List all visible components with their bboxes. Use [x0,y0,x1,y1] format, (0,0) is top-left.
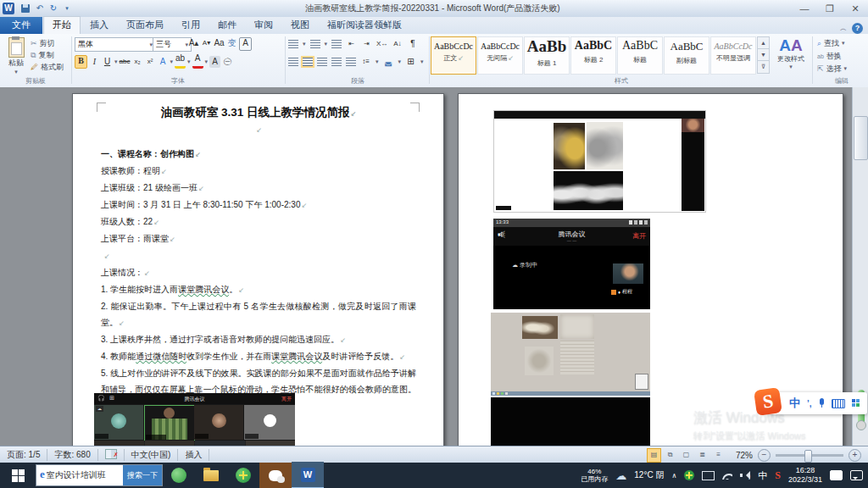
sogou-ime-bar[interactable]: S 中 ’, [767,392,867,414]
style-heading2[interactable]: AaBbC标题 2 [570,36,616,75]
ime-punctuation-icon[interactable]: ’, [807,399,812,408]
style-title[interactable]: AaBbC标题 [617,36,663,75]
wifi-icon[interactable] [722,472,732,480]
align-left-icon[interactable] [288,58,298,66]
document-area[interactable]: 油画教研室 3.31 日线上教学情况简报 一、课程名称：创作构图 授课教师：程明… [0,87,868,446]
find-button[interactable]: ⌕查找▾ [817,37,845,49]
tray-expand-icon[interactable]: ∧ [671,472,676,480]
outline-view-icon[interactable]: ≣ [695,448,709,463]
font-name-select[interactable]: 黑体▾ [75,37,156,52]
word-count[interactable]: 字数: 680 [47,449,97,461]
italic-button[interactable]: I [89,56,100,68]
shading-icon[interactable]: ◛ [383,56,394,68]
fullscreen-reading-view-icon[interactable]: ⧉ [663,448,677,463]
scrollbar-thumb[interactable] [854,116,868,160]
phonetic-guide-icon[interactable]: 变 [226,37,237,49]
copy-button[interactable]: ⧉复制 [31,49,64,61]
multilevel-list-icon[interactable] [331,40,342,48]
paste-button[interactable]: 粘贴 ▾ [5,37,27,75]
decrease-indent-icon[interactable]: ⇤ [346,38,357,50]
volume-icon[interactable]: ) [740,471,750,480]
subscript-button[interactable]: x₂ [132,56,143,68]
action-center-icon[interactable] [850,470,863,480]
strikethrough-button[interactable]: abc [120,56,131,68]
bold-button[interactable]: B [75,55,87,69]
minimize-button[interactable]: — [792,0,817,17]
notification-icon[interactable] [830,470,843,480]
search-go-button[interactable]: 搜索一下 [123,465,162,485]
tab-home[interactable]: 开始 [43,16,81,34]
zoom-slider[interactable] [776,454,843,457]
start-button[interactable] [0,463,36,488]
redo-icon[interactable]: ↻ [47,3,60,14]
numbering-icon[interactable] [310,40,320,48]
taskbar-browser-360[interactable] [163,463,195,488]
sogou-tray-icon[interactable]: S [775,469,781,482]
asian-layout-icon[interactable]: X↔ [376,38,387,50]
display-icon[interactable] [702,471,715,480]
align-center-icon[interactable] [303,58,313,66]
collapse-ribbon-icon[interactable]: ︿ [840,24,847,33]
replace-button[interactable]: ab替换 [817,50,842,62]
increase-indent-icon[interactable]: ⇥ [361,38,372,50]
align-right-icon[interactable] [317,58,327,66]
sort-icon[interactable]: A↓ [392,38,403,50]
weather-cloud-icon[interactable]: ☁ [615,469,626,482]
tab-foxit[interactable]: 福昕阅读器领鲜版 [319,17,410,34]
shrink-font-icon[interactable]: A▾ [201,37,212,49]
ime-keyboard-icon[interactable] [832,399,845,408]
tab-page-layout[interactable]: 页面布局 [118,17,172,34]
change-styles-button[interactable]: AA 更改样式 ▾ [771,37,810,70]
print-layout-view-icon[interactable]: ▤ [647,448,661,463]
taskbar-wechat[interactable] [259,463,292,488]
tab-mailings[interactable]: 邮件 [209,17,245,34]
undo-icon[interactable]: ↶ [33,3,47,14]
insert-mode[interactable]: 插入 [178,449,209,461]
zoom-in-button[interactable]: + [849,449,861,462]
borders-icon[interactable]: ⊞ [405,56,416,68]
clock[interactable]: 16:282022/3/31 [788,466,822,485]
save-icon[interactable] [21,4,30,13]
taskbar-antivirus[interactable] [227,463,259,488]
taskbar-word[interactable]: W [292,462,324,488]
weather-temp[interactable]: 12°C 阴 [634,469,664,481]
line-spacing-icon[interactable]: ↕≡ [360,56,371,68]
distribute-icon[interactable] [346,58,356,66]
style-subtitle[interactable]: AaBbC副标题 [664,36,709,75]
memory-usage[interactable]: 46%已用内存 [581,468,608,483]
style-no-spacing[interactable]: AaBbCcDc无间隔 [477,36,523,75]
superscript-button[interactable]: x² [145,56,156,68]
close-button[interactable]: ✕ [843,0,868,17]
font-color-icon[interactable]: A [192,54,203,69]
change-case-icon[interactable]: Aa [214,37,225,49]
page-indicator[interactable]: 页面: 1/5 [0,449,47,461]
language-indicator[interactable]: 中文(中国) [125,449,179,461]
sogou-logo-icon[interactable]: S [754,387,782,416]
tab-insert[interactable]: 插入 [81,17,117,34]
tab-review[interactable]: 审阅 [246,17,281,34]
ime-toolbox-icon[interactable] [852,399,860,408]
enclose-characters-icon[interactable]: ㊀ [222,56,233,68]
tray-antivirus-icon[interactable] [684,470,694,480]
zoom-out-button[interactable]: − [758,449,771,462]
character-border-icon[interactable]: A [239,37,252,51]
justify-icon[interactable] [331,58,342,66]
proofing-status[interactable]: ✗ [98,449,125,461]
taskbar-file-explorer[interactable] [195,463,227,488]
help-icon[interactable]: ? [852,23,863,34]
ime-mic-icon[interactable] [819,398,825,408]
grow-font-icon[interactable]: A▴ [188,37,199,49]
zoom-slider-thumb[interactable] [804,450,812,463]
zoom-level[interactable]: 72% [727,451,753,460]
font-size-select[interactable]: 三号▾ [153,37,192,52]
draft-view-icon[interactable]: ≡ [711,448,726,463]
search-input[interactable]: 室内设计培训班 [47,465,123,485]
taskbar-search-box[interactable]: e 室内设计培训班 搜索一下 [36,464,163,486]
tab-view[interactable]: 视图 [282,17,318,34]
show-marks-icon[interactable]: ¶ [407,38,418,50]
text-effects-icon[interactable]: A [158,56,169,68]
tab-file[interactable]: 文件 [0,17,42,34]
style-normal[interactable]: AaBbCcDc正文 [431,36,476,75]
format-painter-button[interactable]: 🖉格式刷 [31,61,64,73]
select-button[interactable]: ⇱选择▾ [817,63,847,75]
